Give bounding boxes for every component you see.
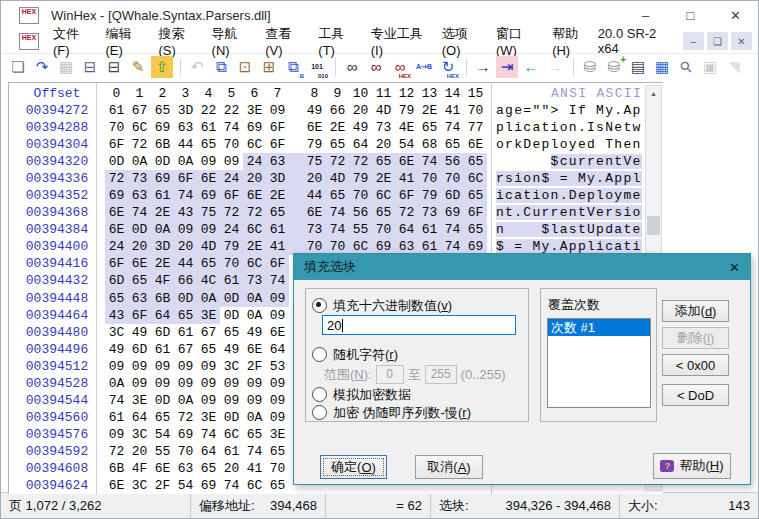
hex-byte[interactable]: 09: [266, 392, 289, 409]
hex-byte[interactable]: 70: [441, 170, 464, 187]
paste-into-new-icon[interactable]: ⊞: [258, 56, 280, 78]
hex-byte[interactable]: 55: [151, 443, 174, 460]
replace-text-icon[interactable]: A⇢B: [413, 56, 435, 78]
hex-byte[interactable]: 09: [197, 221, 220, 238]
hex-byte[interactable]: 70: [349, 187, 372, 204]
hex-byte[interactable]: 74: [220, 119, 243, 136]
maximize-icon[interactable]: □: [668, 1, 713, 29]
status-block[interactable]: 选块:394,326 - 394,468: [431, 493, 620, 518]
hex-byte[interactable]: 49: [243, 324, 266, 341]
hex-byte[interactable]: 65: [372, 204, 395, 221]
hex-byte[interactable]: 6C: [243, 477, 266, 494]
hex-byte[interactable]: 74: [220, 477, 243, 494]
hex-byte[interactable]: 67: [174, 341, 197, 358]
menu-help[interactable]: 帮助(H): [544, 23, 598, 60]
hex-byte[interactable]: 6E: [464, 136, 487, 153]
hex-byte[interactable]: 56: [441, 153, 464, 170]
hex-byte[interactable]: 09: [197, 392, 220, 409]
hex-byte[interactable]: 4D: [197, 238, 220, 255]
menu-view[interactable]: 查看(V): [257, 23, 310, 60]
menu-specialist[interactable]: 专业工具(I): [363, 23, 434, 60]
hex-byte[interactable]: 56: [349, 204, 372, 221]
hex-byte[interactable]: 79: [303, 136, 326, 153]
hex-byte[interactable]: 0A: [174, 392, 197, 409]
hex-byte[interactable]: 0A: [243, 409, 266, 426]
hex-byte[interactable]: 64: [197, 443, 220, 460]
hex-byte[interactable]: 79: [418, 187, 441, 204]
hex-byte[interactable]: 20: [349, 102, 372, 119]
hex-byte[interactable]: 64: [151, 307, 174, 324]
passes-listbox[interactable]: 次数 #1: [547, 318, 651, 408]
hex-byte[interactable]: 09: [174, 358, 197, 375]
menu-options[interactable]: 选项(O): [434, 23, 488, 60]
add-button[interactable]: 添加(d): [662, 300, 729, 322]
ascii-text[interactable]: rsion$ = My.Appl: [496, 170, 642, 187]
status-size[interactable]: 大小:143: [620, 493, 758, 518]
hex-byte[interactable]: 61: [197, 119, 220, 136]
hex-byte[interactable]: 24: [220, 170, 243, 187]
hex-byte[interactable]: 09: [105, 358, 128, 375]
hex-byte[interactable]: 6F: [174, 170, 197, 187]
hex-byte[interactable]: 70: [220, 136, 243, 153]
hex-byte[interactable]: 43: [105, 307, 128, 324]
hex-byte[interactable]: 64: [128, 409, 151, 426]
hex-byte[interactable]: 64: [349, 136, 372, 153]
hex-byte[interactable]: 3E: [243, 102, 266, 119]
hex-byte[interactable]: 65: [326, 136, 349, 153]
goto-offset-icon[interactable]: →: [472, 56, 494, 78]
find-hex-icon[interactable]: ∞HEX: [389, 56, 411, 78]
clone-disk-icon[interactable]: ⛁+: [603, 56, 625, 78]
hex-byte[interactable]: 3C: [128, 426, 151, 443]
hex-byte[interactable]: 72: [326, 153, 349, 170]
hex-byte[interactable]: 0D: [220, 409, 243, 426]
hex-byte[interactable]: 09: [128, 375, 151, 392]
hex-byte[interactable]: 74: [326, 204, 349, 221]
radio-simulate-encrypted[interactable]: 模拟加密数据: [312, 387, 411, 402]
hex-byte[interactable]: 09: [197, 153, 220, 170]
hex-byte[interactable]: 69: [151, 170, 174, 187]
hex-byte[interactable]: 65: [418, 119, 441, 136]
hex-byte[interactable]: 3C: [220, 358, 243, 375]
hex-byte[interactable]: 65: [197, 136, 220, 153]
hex-byte[interactable]: 6E: [266, 324, 289, 341]
hex-byte[interactable]: 41: [243, 460, 266, 477]
hex-byte[interactable]: 73: [418, 204, 441, 221]
hex-byte[interactable]: 74: [441, 119, 464, 136]
hex-byte[interactable]: 0A: [151, 221, 174, 238]
cancel-button[interactable]: 取消(A): [415, 455, 483, 479]
hex-byte[interactable]: 70: [464, 102, 487, 119]
hex-byte[interactable]: 09: [266, 102, 289, 119]
hex-byte[interactable]: 69: [105, 187, 128, 204]
hex-byte[interactable]: 61: [105, 102, 128, 119]
hex-byte[interactable]: 24: [243, 153, 266, 170]
hex-byte[interactable]: 6D: [441, 187, 464, 204]
hex-byte[interactable]: 3E: [266, 426, 289, 443]
analyze-icon[interactable]: ◥: [723, 56, 745, 78]
hex-byte[interactable]: 72: [395, 204, 418, 221]
hex-byte[interactable]: 66: [326, 102, 349, 119]
hex-byte[interactable]: 49: [349, 119, 372, 136]
folder-up-icon[interactable]: ⇧: [151, 56, 173, 78]
hex-byte[interactable]: 65: [266, 477, 289, 494]
hex-byte[interactable]: 0D: [220, 307, 243, 324]
hex-byte[interactable]: 70: [372, 221, 395, 238]
convert-binary-icon[interactable]: 101010: [306, 56, 328, 78]
hex-byte[interactable]: 24: [105, 238, 128, 255]
hex-byte[interactable]: 6E: [151, 460, 174, 477]
hex-byte[interactable]: 72: [243, 204, 266, 221]
hex-byte[interactable]: 4F: [151, 272, 174, 289]
hex-byte[interactable]: 68: [418, 136, 441, 153]
hex-byte[interactable]: 41: [395, 170, 418, 187]
menu-navigation[interactable]: 导航(N): [204, 23, 258, 60]
hex-byte[interactable]: 3E: [197, 307, 220, 324]
hex-byte[interactable]: 09: [174, 221, 197, 238]
hex-byte[interactable]: 61: [220, 272, 243, 289]
hex-byte[interactable]: 09: [243, 392, 266, 409]
open-file-icon[interactable]: ↷: [31, 56, 53, 78]
fill-zero-button[interactable]: < 0x00: [662, 354, 729, 376]
hex-byte[interactable]: 65: [197, 255, 220, 272]
hex-byte[interactable]: 6E: [105, 477, 128, 494]
hex-byte[interactable]: 4E: [395, 119, 418, 136]
hex-byte[interactable]: 54: [151, 426, 174, 443]
menu-edit[interactable]: 编辑(E): [97, 23, 150, 60]
